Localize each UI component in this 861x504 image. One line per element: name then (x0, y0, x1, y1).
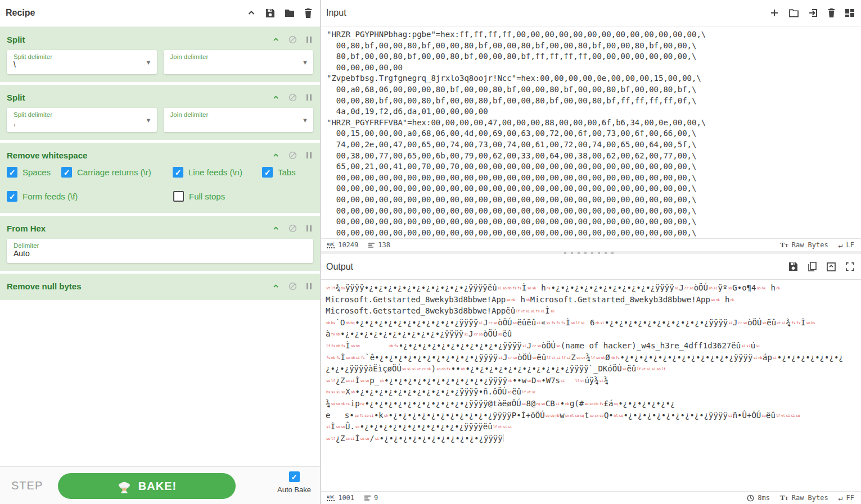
input-character-encoding[interactable]: TT Raw Bytes (780, 240, 828, 249)
text-cursor (503, 434, 503, 442)
control-char-marker: cr (474, 329, 478, 340)
hex-delimiter-field[interactable]: Delimiter Auto (7, 239, 313, 263)
split-delimiter-field[interactable]: Split delimiter \ ▼ (7, 50, 157, 74)
control-char-marker: si (652, 364, 656, 375)
output-row: Microsoft.Getstarted_8wekyb3d8bbwe!Appso… (326, 294, 861, 306)
line-feeds-checkbox[interactable] (173, 167, 183, 178)
field-label: Join delimiter (170, 111, 299, 118)
tabs-checkbox[interactable] (262, 167, 273, 178)
control-char-marker: si (412, 364, 416, 375)
collapse-op-icon[interactable] (272, 94, 280, 101)
step-button[interactable]: STEP (11, 479, 43, 492)
output-row: solf¿ZsosiÌsoso/si•¿•¿•¿•¿•¿•¿•¿•¿•¿•¿•¿… (326, 433, 861, 445)
breakpoint-op-icon[interactable] (306, 36, 312, 43)
control-char-marker: vt (781, 411, 785, 422)
auto-bake-checkbox[interactable] (289, 471, 300, 482)
clear-io-trash-icon[interactable] (828, 8, 835, 17)
output-eol-selector[interactable]: ↵ FF (839, 494, 854, 502)
input-eol-selector[interactable]: ↵ LF (839, 241, 854, 249)
collapse-op-icon[interactable] (272, 36, 280, 43)
control-char-marker: sx (331, 387, 335, 398)
control-char-marker: nb (507, 283, 511, 294)
control-char-marker: si (557, 353, 561, 364)
control-char-marker: nb (326, 318, 330, 329)
chevron-down-icon[interactable]: ▼ (302, 117, 308, 124)
cyberchef-app: Recipe Split (0, 0, 861, 504)
disable-op-icon[interactable] (288, 282, 297, 290)
spaces-checkbox[interactable] (7, 167, 17, 178)
load-recipe-folder-icon[interactable] (285, 9, 295, 17)
output-row: ¿•¿•¿ÿÿÿÿàËìçøÖÚsosisivtcxnk)sonbfs••nb•… (326, 364, 861, 375)
control-char-marker: sx (546, 318, 550, 329)
add-input-tab-icon[interactable] (770, 8, 779, 17)
save-output-icon[interactable] (788, 262, 798, 271)
copy-output-icon[interactable] (808, 262, 817, 271)
checkbox-label: Line feeds (\n) (188, 167, 242, 177)
breakpoint-op-icon[interactable] (306, 283, 312, 290)
join-delimiter-field[interactable]: Join delimiter ▼ (164, 50, 314, 74)
input-line: 00,00,00,00,00,00,00,00,00,00,00,00,00,0… (327, 228, 861, 238)
control-char-marker: so (351, 341, 355, 352)
collapse-op-icon[interactable] (272, 225, 280, 232)
join-delimiter-field[interactable]: Join delimiter ▼ (164, 108, 314, 132)
recipe-title: Recipe (6, 8, 247, 18)
output-row: lffsnbfsÌsonb nbfs•¿•¿•¿•¿•¿•¿•¿•¿•¿•¿•¿… (326, 340, 861, 352)
chevron-down-icon[interactable]: ▼ (146, 117, 152, 124)
output-header: Output (321, 254, 861, 280)
control-char-marker: so (711, 295, 715, 306)
save-recipe-icon[interactable] (265, 8, 275, 18)
split-delimiter-field[interactable]: Split delimiter , ▼ (7, 108, 157, 132)
disable-op-icon[interactable] (288, 35, 297, 44)
maximize-output-icon[interactable] (846, 262, 854, 271)
control-char-marker: lf (522, 387, 526, 398)
control-char-marker: lf (776, 411, 780, 422)
disable-op-icon[interactable] (288, 151, 297, 160)
control-char-marker: cr (684, 283, 688, 294)
collapse-op-icon[interactable] (272, 283, 280, 290)
output-row: ¾sosonkcsipnq•¿•¿•¿•¿•¿•¿•¿•¿•¿•¿•¿ÿÿÿÿ@… (326, 398, 861, 410)
full-stops-checkbox[interactable] (173, 191, 184, 202)
operation-split-1[interactable]: Split Split delimiter \ ▼ Join delimiter (0, 27, 320, 82)
form-feeds-checkbox[interactable] (7, 191, 17, 202)
open-file-folder-icon[interactable] (789, 9, 799, 17)
open-output-in-window-icon[interactable] (827, 262, 836, 271)
control-char-marker: si (508, 422, 512, 433)
disable-op-icon[interactable] (288, 93, 297, 102)
breakpoint-op-icon[interactable] (306, 225, 312, 232)
chevron-up-icon[interactable] (247, 8, 256, 17)
operation-title: Remove null bytes (7, 281, 272, 291)
control-char-marker: fs (535, 306, 539, 317)
control-char-marker: nk (716, 295, 720, 306)
control-char-marker: so (527, 376, 531, 387)
chef-icon (117, 479, 132, 493)
control-char-marker: so (589, 411, 593, 422)
operation-from-hex[interactable]: From Hex Delimiter Auto (0, 216, 320, 271)
output-character-encoding[interactable]: TT Raw Bytes (780, 493, 828, 502)
control-char-marker: so (436, 364, 440, 375)
output-row: àfsnb•¿•¿•¿•¿•¿•¿•¿•¿•¿•¿•¿ÿÿÿÿsiJcrsoòÖ… (326, 329, 861, 340)
chevron-down-icon[interactable]: ▼ (302, 59, 308, 66)
breakpoint-op-icon[interactable] (306, 152, 312, 159)
control-char-marker: so (546, 411, 549, 422)
operation-split-2[interactable]: Split Split delimiter , ▼ Join delimiter (0, 85, 320, 140)
control-char-marker: ck (776, 283, 780, 294)
input-textarea[interactable]: "HRZR_PGYPHNPbhag:pgbe"=hex:ff,ff,ff,ff,… (321, 26, 861, 238)
bake-button[interactable]: BAKE! (58, 473, 236, 499)
collapse-op-icon[interactable] (272, 152, 280, 159)
control-char-marker: so (346, 353, 350, 364)
operation-remove-whitespace[interactable]: Remove whitespace Spaces Carriage retu (0, 143, 320, 213)
clear-recipe-trash-icon[interactable] (304, 8, 312, 18)
disable-op-icon[interactable] (288, 224, 297, 233)
input-tabs-grid-icon[interactable] (845, 9, 854, 17)
breakpoint-op-icon[interactable] (306, 94, 312, 101)
control-char-marker: nb (441, 364, 445, 375)
chevron-down-icon[interactable]: ▼ (146, 59, 152, 66)
control-char-marker: si (526, 306, 530, 317)
control-char-marker: so (346, 434, 350, 445)
carriage-returns-checkbox[interactable] (61, 167, 72, 178)
control-char-marker: fs (616, 353, 620, 364)
open-input-icon[interactable] (809, 8, 818, 17)
control-char-marker: cr (508, 353, 512, 364)
control-char-marker: si (503, 422, 507, 433)
operation-remove-null-bytes[interactable]: Remove null bytes (0, 274, 320, 300)
